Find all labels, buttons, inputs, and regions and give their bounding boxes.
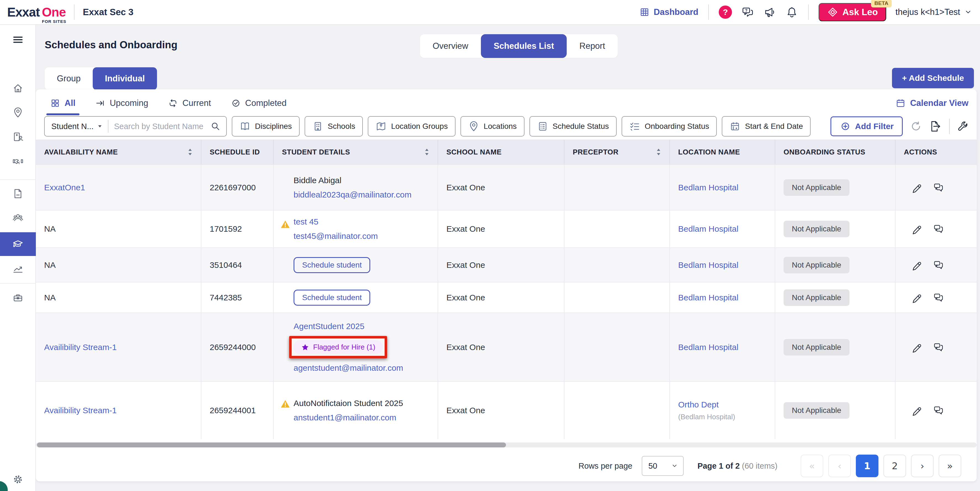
notifications-bell-icon[interactable]	[786, 6, 798, 19]
status-tab-completed[interactable]: Completed	[231, 93, 287, 113]
sidebar-menu-toggle[interactable]	[0, 29, 36, 51]
comments-button[interactable]	[933, 405, 944, 416]
sidebar-item-partnerships[interactable]	[0, 150, 36, 172]
edit-button[interactable]	[911, 182, 922, 193]
filter-disciplines[interactable]: Disciplines	[232, 116, 300, 137]
edit-button[interactable]	[911, 259, 922, 271]
announcements-icon[interactable]	[764, 6, 776, 19]
location-link[interactable]: Ortho Dept	[678, 400, 719, 409]
flagged-for-hire-badge[interactable]: Flagged for Hire (1)	[293, 340, 383, 354]
sidebar-item-home[interactable]	[0, 77, 36, 99]
help-button[interactable]: ?	[719, 6, 732, 19]
student-email-link[interactable]: agentstudent@mailinator.com	[294, 363, 403, 373]
rows-per-page-select[interactable]: 50	[642, 456, 684, 476]
sidebar-item-schedules-active[interactable]	[0, 232, 36, 256]
sidebar-item-people[interactable]	[0, 207, 36, 229]
filter-onboarding-status[interactable]: Onboarding Status	[622, 116, 717, 137]
availability-link[interactable]: ExxatOne1	[44, 183, 85, 192]
scrollbar-thumb[interactable]	[37, 442, 506, 447]
export-icon	[929, 120, 942, 133]
dashboard-link[interactable]: Dashboard	[639, 7, 698, 17]
page-button-1[interactable]: 1	[856, 454, 878, 477]
status-tab-current[interactable]: Current	[168, 93, 211, 113]
search-icon	[210, 121, 221, 132]
edit-button[interactable]	[911, 405, 922, 416]
refresh-button[interactable]	[910, 120, 922, 132]
sidebar-item-reports[interactable]	[0, 258, 36, 280]
availability-link[interactable]: Availibility Stream-1	[44, 406, 117, 415]
school-name-cell: Exxat One	[438, 210, 565, 248]
student-email-link[interactable]: biddleal2023qa@mailinator.com	[294, 190, 411, 199]
settings-wrench-button[interactable]	[957, 120, 969, 132]
schedule-student-button[interactable]: Schedule student	[294, 290, 370, 306]
filter-start-end-date[interactable]: Start & End Date	[722, 116, 811, 137]
feedback-chat-icon[interactable]	[741, 6, 754, 19]
student-email-link[interactable]: anstudent1@mailinator.com	[294, 413, 396, 422]
calendar-view-link[interactable]: Calendar View	[895, 98, 969, 108]
student-email-link[interactable]: test45@mailinator.com	[294, 232, 378, 241]
location-link[interactable]: Bedlam Hospital	[678, 293, 738, 302]
comments-button[interactable]	[933, 259, 944, 271]
tab-overview[interactable]: Overview	[420, 34, 481, 58]
table-row: NA 3510464 Schedule student Exxat One Be…	[36, 248, 977, 282]
location-link[interactable]: Bedlam Hospital	[678, 183, 738, 192]
sidebar-item-documents[interactable]	[0, 183, 36, 205]
location-link[interactable]: Bedlam Hospital	[678, 343, 738, 352]
add-schedule-button[interactable]: + Add Schedule	[892, 68, 974, 88]
availability-cell: NA	[36, 248, 201, 282]
status-tab-upcoming[interactable]: Upcoming	[95, 93, 148, 113]
student-name-link[interactable]: test 45	[294, 217, 318, 226]
exxat-one-logo[interactable]: Exxat One FOR SITES	[7, 5, 66, 19]
comments-button[interactable]	[933, 182, 944, 193]
filter-schedule-status[interactable]: Schedule Status	[530, 116, 617, 137]
sort-icon[interactable]	[423, 148, 430, 156]
chat-bubbles-icon	[933, 342, 944, 353]
warning-icon	[280, 399, 290, 409]
first-page-button[interactable]: «	[801, 454, 823, 477]
comments-button[interactable]	[933, 223, 944, 234]
pencil-icon	[911, 182, 922, 193]
sidebar-item-jobs[interactable]	[0, 287, 36, 309]
add-filter-button[interactable]: Add Filter	[830, 116, 903, 136]
search-button[interactable]	[208, 121, 226, 132]
user-menu[interactable]: thejus k<h1>Test	[896, 7, 972, 17]
status-tab-all[interactable]: All	[50, 93, 76, 113]
location-link[interactable]: Bedlam Hospital	[678, 261, 738, 270]
table-row: Availibility Stream-1 2659244001 AutoNot…	[36, 381, 977, 439]
student-name-link[interactable]: AgentStudent 2025	[294, 322, 364, 331]
student-search-combo: Student N...	[44, 116, 227, 137]
page-button-2[interactable]: 2	[883, 454, 906, 477]
tab-schedules-list[interactable]: Schedules List	[481, 34, 567, 58]
student-name: AutoNotifictaion Student 2025	[294, 399, 403, 408]
prev-page-button[interactable]: ‹	[828, 454, 851, 477]
comments-button[interactable]	[933, 342, 944, 353]
last-page-button[interactable]: »	[939, 454, 961, 477]
topbar: Exxat One FOR SITES Exxat Sec 3 Dashboar…	[0, 0, 980, 25]
col-schedule-id: SCHEDULE ID	[201, 140, 274, 164]
ask-leo-button[interactable]: Ask Leo BETA	[819, 3, 886, 21]
next-page-button[interactable]: ›	[911, 454, 934, 477]
search-input[interactable]	[108, 122, 208, 131]
schedule-student-button[interactable]: Schedule student	[294, 257, 370, 273]
edit-button[interactable]	[911, 342, 922, 353]
toggle-group[interactable]: Group	[45, 67, 93, 90]
sidebar-item-clinic[interactable]	[0, 126, 36, 148]
toggle-individual[interactable]: Individual	[93, 67, 157, 90]
edit-button[interactable]	[911, 223, 922, 234]
location-link[interactable]: Bedlam Hospital	[678, 224, 738, 234]
export-button[interactable]	[929, 120, 942, 133]
sidebar-item-locations[interactable]	[0, 102, 36, 124]
sort-icon[interactable]	[186, 148, 194, 156]
edit-button[interactable]	[911, 292, 922, 303]
filter-schools[interactable]: Schools	[305, 116, 363, 137]
filter-locations[interactable]: Locations	[460, 116, 525, 137]
sort-icon[interactable]	[655, 148, 662, 156]
availability-link[interactable]: Availibility Stream-1	[44, 343, 117, 352]
document-icon	[13, 188, 24, 199]
tab-report[interactable]: Report	[567, 34, 618, 58]
search-field-select[interactable]: Student N...	[45, 122, 108, 131]
preceptor-cell	[565, 283, 670, 313]
filter-location-groups[interactable]: Location Groups	[368, 116, 455, 137]
logo-text-secondary: One	[42, 5, 66, 19]
comments-button[interactable]	[933, 292, 944, 303]
